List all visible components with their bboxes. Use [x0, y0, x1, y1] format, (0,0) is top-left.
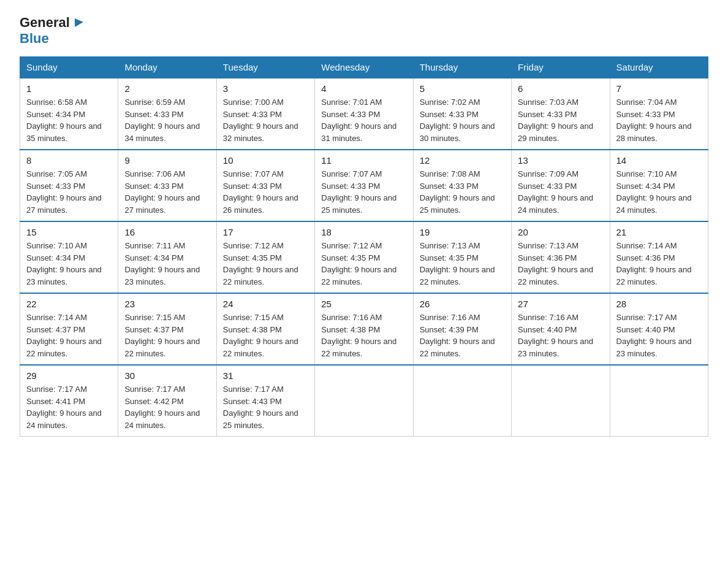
calendar-cell: 27Sunrise: 7:16 AMSunset: 4:40 PMDayligh…: [512, 293, 610, 365]
day-number: 14: [616, 155, 702, 166]
calendar-cell: 3Sunrise: 7:00 AMSunset: 4:33 PMDaylight…: [216, 78, 314, 150]
day-info: Sunrise: 7:14 AMSunset: 4:36 PMDaylight:…: [616, 240, 702, 288]
day-number: 10: [223, 155, 308, 166]
calendar-cell: 14Sunrise: 7:10 AMSunset: 4:34 PMDayligh…: [610, 150, 708, 221]
calendar-cell: 18Sunrise: 7:12 AMSunset: 4:35 PMDayligh…: [315, 221, 413, 293]
day-info: Sunrise: 7:01 AMSunset: 4:33 PMDaylight:…: [321, 96, 406, 144]
calendar-cell: [610, 365, 708, 437]
calendar-cell: 7Sunrise: 7:04 AMSunset: 4:33 PMDaylight…: [610, 78, 708, 150]
day-info: Sunrise: 7:16 AMSunset: 4:39 PMDaylight:…: [420, 312, 505, 359]
calendar-cell: 19Sunrise: 7:13 AMSunset: 4:35 PMDayligh…: [413, 221, 511, 293]
calendar-cell: 1Sunrise: 6:58 AMSunset: 4:34 PMDaylight…: [20, 78, 118, 150]
calendar-cell: [413, 365, 511, 437]
calendar-cell: 13Sunrise: 7:09 AMSunset: 4:33 PMDayligh…: [512, 150, 610, 221]
day-number: 6: [518, 83, 603, 94]
day-number: 24: [223, 299, 308, 309]
day-info: Sunrise: 7:15 AMSunset: 4:37 PMDaylight:…: [124, 312, 210, 359]
day-info: Sunrise: 7:17 AMSunset: 4:43 PMDaylight:…: [223, 383, 308, 431]
day-number: 30: [124, 370, 210, 381]
logo: General Blue: [20, 15, 85, 47]
day-info: Sunrise: 7:06 AMSunset: 4:33 PMDaylight:…: [124, 168, 210, 216]
calendar-cell: 6Sunrise: 7:03 AMSunset: 4:33 PMDaylight…: [512, 78, 610, 150]
header-saturday: Saturday: [610, 57, 708, 79]
logo-general: General: [20, 15, 70, 31]
day-info: Sunrise: 7:03 AMSunset: 4:33 PMDaylight:…: [518, 96, 603, 144]
day-number: 8: [26, 155, 112, 166]
day-info: Sunrise: 7:07 AMSunset: 4:33 PMDaylight:…: [223, 168, 308, 216]
day-number: 2: [124, 83, 210, 94]
calendar-cell: 20Sunrise: 7:13 AMSunset: 4:36 PMDayligh…: [512, 221, 610, 293]
calendar-cell: 12Sunrise: 7:08 AMSunset: 4:33 PMDayligh…: [413, 150, 511, 221]
svg-marker-0: [75, 18, 83, 27]
day-number: 3: [223, 83, 308, 94]
calendar-week-row: 1Sunrise: 6:58 AMSunset: 4:34 PMDaylight…: [20, 78, 708, 150]
day-number: 23: [124, 299, 210, 309]
day-number: 31: [223, 370, 308, 381]
calendar-cell: 9Sunrise: 7:06 AMSunset: 4:33 PMDaylight…: [118, 150, 216, 221]
calendar-cell: 30Sunrise: 7:17 AMSunset: 4:42 PMDayligh…: [118, 365, 216, 437]
day-info: Sunrise: 7:17 AMSunset: 4:42 PMDaylight:…: [124, 383, 210, 431]
day-info: Sunrise: 6:58 AMSunset: 4:34 PMDaylight:…: [26, 96, 112, 144]
day-number: 12: [420, 155, 505, 166]
calendar-week-row: 8Sunrise: 7:05 AMSunset: 4:33 PMDaylight…: [20, 150, 708, 221]
calendar-week-row: 29Sunrise: 7:17 AMSunset: 4:41 PMDayligh…: [20, 365, 708, 437]
day-number: 18: [321, 227, 406, 237]
logo-blue: Blue: [20, 31, 49, 46]
day-info: Sunrise: 7:13 AMSunset: 4:35 PMDaylight:…: [420, 240, 505, 288]
day-info: Sunrise: 7:10 AMSunset: 4:34 PMDaylight:…: [616, 168, 702, 216]
day-number: 26: [420, 299, 505, 309]
day-info: Sunrise: 7:12 AMSunset: 4:35 PMDaylight:…: [321, 240, 406, 288]
day-info: Sunrise: 7:05 AMSunset: 4:33 PMDaylight:…: [26, 168, 112, 216]
day-number: 13: [518, 155, 603, 166]
day-number: 25: [321, 299, 406, 309]
calendar-cell: 8Sunrise: 7:05 AMSunset: 4:33 PMDaylight…: [20, 150, 118, 221]
day-number: 22: [26, 299, 112, 309]
calendar-cell: 10Sunrise: 7:07 AMSunset: 4:33 PMDayligh…: [216, 150, 314, 221]
calendar-cell: 16Sunrise: 7:11 AMSunset: 4:34 PMDayligh…: [118, 221, 216, 293]
day-number: 5: [420, 83, 505, 94]
day-info: Sunrise: 7:17 AMSunset: 4:40 PMDaylight:…: [616, 312, 702, 359]
day-info: Sunrise: 7:15 AMSunset: 4:38 PMDaylight:…: [223, 312, 308, 359]
day-info: Sunrise: 7:04 AMSunset: 4:33 PMDaylight:…: [616, 96, 702, 144]
calendar-cell: 17Sunrise: 7:12 AMSunset: 4:35 PMDayligh…: [216, 221, 314, 293]
header-tuesday: Tuesday: [216, 57, 314, 79]
calendar-cell: 31Sunrise: 7:17 AMSunset: 4:43 PMDayligh…: [216, 365, 314, 437]
day-number: 21: [616, 227, 702, 237]
day-info: Sunrise: 7:07 AMSunset: 4:33 PMDaylight:…: [321, 168, 406, 216]
day-number: 28: [616, 299, 702, 309]
day-info: Sunrise: 7:09 AMSunset: 4:33 PMDaylight:…: [518, 168, 603, 216]
calendar-cell: 4Sunrise: 7:01 AMSunset: 4:33 PMDaylight…: [315, 78, 413, 150]
day-number: 19: [420, 227, 505, 237]
calendar-cell: 22Sunrise: 7:14 AMSunset: 4:37 PMDayligh…: [20, 293, 118, 365]
day-number: 4: [321, 83, 406, 94]
calendar-cell: 5Sunrise: 7:02 AMSunset: 4:33 PMDaylight…: [413, 78, 511, 150]
calendar-cell: 2Sunrise: 6:59 AMSunset: 4:33 PMDaylight…: [118, 78, 216, 150]
calendar-header-row: SundayMondayTuesdayWednesdayThursdayFrid…: [20, 57, 708, 79]
day-number: 9: [124, 155, 210, 166]
header-wednesday: Wednesday: [315, 57, 413, 79]
day-info: Sunrise: 7:12 AMSunset: 4:35 PMDaylight:…: [223, 240, 308, 288]
day-number: 11: [321, 155, 406, 166]
day-number: 29: [26, 370, 112, 381]
day-info: Sunrise: 7:16 AMSunset: 4:38 PMDaylight:…: [321, 312, 406, 359]
day-number: 7: [616, 83, 702, 94]
day-number: 15: [26, 227, 112, 237]
calendar-cell: [512, 365, 610, 437]
calendar-cell: 21Sunrise: 7:14 AMSunset: 4:36 PMDayligh…: [610, 221, 708, 293]
calendar-cell: 29Sunrise: 7:17 AMSunset: 4:41 PMDayligh…: [20, 365, 118, 437]
day-info: Sunrise: 7:02 AMSunset: 4:33 PMDaylight:…: [420, 96, 505, 144]
header-thursday: Thursday: [413, 57, 511, 79]
calendar-cell: [315, 365, 413, 437]
calendar-cell: 24Sunrise: 7:15 AMSunset: 4:38 PMDayligh…: [216, 293, 314, 365]
day-info: Sunrise: 7:14 AMSunset: 4:37 PMDaylight:…: [26, 312, 112, 359]
calendar-cell: 28Sunrise: 7:17 AMSunset: 4:40 PMDayligh…: [610, 293, 708, 365]
calendar-cell: 11Sunrise: 7:07 AMSunset: 4:33 PMDayligh…: [315, 150, 413, 221]
day-info: Sunrise: 7:10 AMSunset: 4:34 PMDaylight:…: [26, 240, 112, 288]
page-header: General Blue: [20, 15, 708, 47]
calendar-cell: 25Sunrise: 7:16 AMSunset: 4:38 PMDayligh…: [315, 293, 413, 365]
day-info: Sunrise: 7:08 AMSunset: 4:33 PMDaylight:…: [420, 168, 505, 216]
header-friday: Friday: [512, 57, 610, 79]
calendar-week-row: 15Sunrise: 7:10 AMSunset: 4:34 PMDayligh…: [20, 221, 708, 293]
calendar-cell: 15Sunrise: 7:10 AMSunset: 4:34 PMDayligh…: [20, 221, 118, 293]
day-info: Sunrise: 7:17 AMSunset: 4:41 PMDaylight:…: [26, 383, 112, 431]
